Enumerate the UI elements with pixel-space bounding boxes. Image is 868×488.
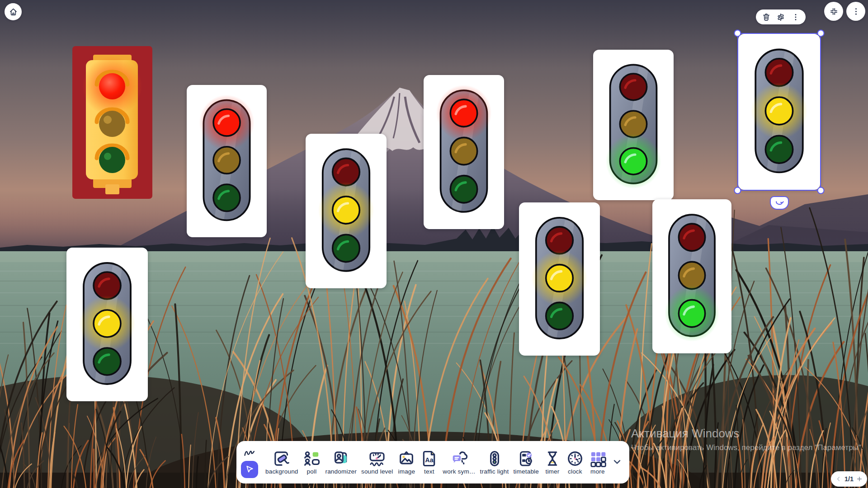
poll-icon (303, 450, 321, 468)
tool-sound-level-button[interactable]: sound level (361, 450, 393, 475)
tool-work-symbols-button[interactable]: work sym… (443, 450, 475, 475)
traffic-light-widget-red[interactable] (72, 46, 152, 199)
tool-timetable-button[interactable]: timetable (513, 450, 539, 475)
randomizer-icon (332, 450, 350, 468)
resize-handle-br[interactable] (817, 187, 825, 194)
widget-actions-toolbar (756, 9, 806, 24)
traffic-light-widget-yellow[interactable] (738, 34, 820, 190)
traffic-light-widget-green[interactable] (652, 199, 731, 353)
tool-image-button[interactable]: image (397, 450, 415, 475)
rotate-handle[interactable] (770, 196, 789, 210)
tool-label: background (265, 468, 298, 475)
widget-settings-button[interactable] (776, 13, 785, 22)
tool-randomizer-button[interactable]: randomizer (325, 450, 357, 475)
bottom-toolbar: background poll randomizer sound level i… (236, 441, 629, 483)
tool-label: image (398, 468, 415, 475)
page-indicator: 1/1 (844, 475, 854, 483)
timer-icon (543, 450, 561, 468)
select-tool-button[interactable] (241, 461, 258, 478)
tool-more-button[interactable]: more (589, 450, 607, 475)
tool-label: clock (568, 468, 582, 475)
cursor-icon (245, 464, 255, 474)
toolbar-items: background poll randomizer sound level i… (264, 450, 609, 475)
prev-page-button[interactable] (835, 475, 842, 483)
tool-poll-button[interactable]: poll (303, 450, 321, 475)
resize-handle-bl[interactable] (734, 187, 741, 194)
tool-label: more (590, 468, 605, 475)
text-icon: Aa (420, 450, 438, 468)
traffic-light-icon (486, 450, 504, 468)
tool-background-button[interactable]: background (265, 450, 298, 475)
traffic-light-widget-yellow[interactable] (66, 248, 148, 401)
traffic-light-widget-red[interactable] (424, 75, 504, 229)
trash-icon (762, 13, 771, 22)
widget-menu-button[interactable] (791, 13, 800, 22)
tool-timer-button[interactable]: timer (543, 450, 561, 475)
collapse-icon (829, 7, 839, 16)
tool-label: timetable (513, 468, 539, 475)
traffic-light-widget-green[interactable] (593, 50, 674, 200)
home-icon (9, 7, 18, 17)
tool-label: sound level (361, 468, 393, 475)
clock-icon (566, 450, 584, 468)
tool-label: timer (545, 468, 559, 475)
svg-text:Aa: Aa (425, 456, 434, 464)
image-icon (397, 450, 415, 468)
toolbar-collapse-button[interactable] (610, 455, 624, 469)
traffic-light-widget-yellow[interactable] (519, 202, 600, 356)
page-navigator: 1/1 (831, 471, 867, 487)
home-button[interactable] (5, 3, 22, 20)
tool-clock-button[interactable]: clock (566, 450, 584, 475)
add-page-button[interactable] (856, 475, 863, 483)
tool-label: poll (307, 468, 317, 475)
rotate-icon (774, 200, 784, 206)
paint-roller-icon (273, 450, 291, 468)
collapse-app-button[interactable] (824, 2, 843, 21)
traffic-light-widget-yellow[interactable] (306, 134, 387, 288)
kebab-menu-icon (851, 7, 861, 16)
tool-text-button[interactable]: Aa text (420, 450, 438, 475)
chevron-down-icon (611, 456, 623, 468)
app-menu-button[interactable] (846, 2, 865, 21)
traffic-light-widget-red[interactable] (187, 85, 267, 237)
resize-handle-tl[interactable] (734, 29, 741, 37)
tool-label: work sym… (443, 468, 475, 475)
work-symbols-icon (450, 450, 468, 468)
sound-level-icon (368, 450, 386, 468)
tool-label: text (424, 468, 434, 475)
resize-handle-tr[interactable] (817, 29, 825, 37)
draw-tool-button[interactable] (241, 447, 258, 460)
more-grid-icon (589, 450, 607, 468)
whiteboard-stage[interactable]: Активация Windows Чтобы активировать Win… (0, 0, 868, 488)
delete-widget-button[interactable] (762, 13, 771, 22)
tool-traffic-light-button[interactable]: traffic light (480, 450, 509, 475)
toolbar-left-column (241, 447, 258, 478)
gear-icon (776, 13, 785, 22)
tool-label: randomizer (325, 468, 357, 475)
kebab-menu-icon (791, 13, 800, 22)
tool-label: traffic light (480, 468, 509, 475)
timetable-icon (517, 450, 535, 468)
